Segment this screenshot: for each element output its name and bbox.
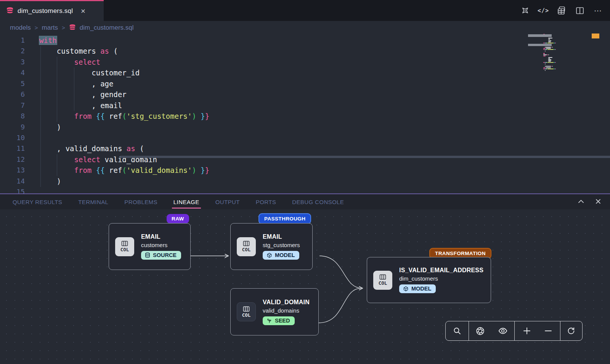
lineage-node-dim-customers[interactable]: COL IS_VALID_EMAIL_ADDRESS dim_customers…	[367, 257, 491, 303]
panel-close-icon[interactable]	[595, 198, 602, 205]
node-model-name: customers	[141, 242, 181, 248]
split-editor-icon[interactable]	[575, 6, 585, 16]
panel-actions	[577, 193, 602, 209]
tag-badge-raw: RAW	[167, 214, 189, 224]
lineage-node-stg-customers[interactable]: COL EMAIL stg_customers MODEL	[230, 223, 313, 270]
tag-badge-passthrough: PASSTHROUGH	[258, 213, 311, 224]
code-editor[interactable]: 123456789101112131415 with customers as …	[0, 34, 610, 193]
edge-stg-dim	[319, 256, 362, 288]
eye-icon[interactable]	[498, 326, 508, 336]
lineage-node-valid-domains[interactable]: COL VALID_DOMAIN valid_domains SEED	[230, 288, 319, 335]
panel-tab-terminal[interactable]: TERMINAL	[78, 199, 108, 205]
type-badge-model: MODEL	[399, 284, 436, 293]
scrollbar-marker	[592, 34, 599, 38]
panel-tab-debug-console[interactable]: DEBUG CONSOLE	[292, 199, 344, 205]
indent-guide	[57, 57, 57, 122]
database-icon	[6, 7, 14, 15]
lineage-canvas[interactable]: RAW COL EMAIL customers SOURCE PASSTHROU…	[0, 209, 610, 364]
breadcrumb-item-marts[interactable]: marts	[42, 24, 58, 32]
tabbar-actions: </> ⋯	[520, 0, 603, 21]
code-view-icon[interactable]: </>	[538, 6, 548, 16]
dbt-logo-icon[interactable]	[520, 6, 530, 16]
breadcrumb-item-file[interactable]: dim_customers.sql	[80, 24, 134, 32]
search-icon[interactable]	[453, 326, 462, 335]
breadcrumb-item-models[interactable]: models	[10, 24, 31, 32]
tab-close-icon[interactable]: ✕	[80, 8, 85, 15]
panel-tab-output[interactable]: OUTPUT	[215, 199, 240, 205]
panel-tabs: QUERY RESULTSTERMINALPROBLEMSLINEAGEOUTP…	[13, 199, 344, 205]
node-column-name: IS_VALID_EMAIL_ADDRESS	[399, 267, 483, 274]
node-model-name: valid_domains	[263, 307, 310, 314]
type-badge-seed: SEED	[263, 316, 295, 325]
code-lines[interactable]: with customers as ( select customer_id ,…	[29, 35, 610, 193]
database-icon	[69, 24, 76, 32]
node-column-name: EMAIL	[263, 233, 300, 240]
more-actions-icon[interactable]: ⋯	[593, 6, 603, 16]
panel-tab-lineage[interactable]: LINEAGE	[173, 199, 199, 205]
node-column-name: VALID_DOMAIN	[263, 299, 310, 306]
column-icon: COL	[237, 237, 256, 256]
indent-guide	[40, 46, 41, 187]
breadcrumb-separator: >	[62, 24, 65, 31]
column-icon: COL	[115, 237, 134, 256]
line-numbers: 123456789101112131415	[0, 35, 29, 193]
copy-table-icon[interactable]	[557, 6, 567, 16]
panel-collapse-icon[interactable]	[577, 198, 585, 205]
panel-tab-problems[interactable]: PROBLEMS	[124, 199, 157, 205]
zoom-out-icon[interactable]	[544, 327, 552, 335]
column-icon: COL	[373, 271, 392, 290]
minimap-decoration	[528, 44, 552, 46]
panel-tab-query-results[interactable]: QUERY RESULTS	[13, 199, 62, 205]
lineage-node-customers[interactable]: COL EMAIL customers SOURCE	[109, 223, 191, 270]
zoom-in-icon[interactable]	[523, 327, 531, 335]
panel-tab-ports[interactable]: PORTS	[256, 199, 276, 205]
minimap-content	[543, 34, 585, 72]
horizontal-scrollbar[interactable]	[120, 156, 610, 158]
indent-guide	[57, 154, 57, 176]
lineage-toolbar	[445, 321, 583, 341]
column-icon: COL	[237, 302, 256, 321]
breadcrumb-separator: >	[35, 24, 38, 31]
minimap[interactable]	[543, 34, 585, 72]
editor-tab-bar: dim_customers.sql ✕ </>	[0, 0, 610, 21]
aperture-icon[interactable]	[475, 326, 485, 336]
breadcrumb: models > marts > dim_customers.sql	[0, 21, 610, 34]
indent-guide	[74, 67, 74, 111]
tab-title: dim_customers.sql	[18, 7, 73, 15]
refresh-icon[interactable]	[567, 326, 576, 335]
minimap-decoration	[528, 34, 552, 37]
type-badge-source: SOURCE	[141, 251, 181, 260]
node-model-name: dim_customers	[399, 275, 483, 282]
bottom-panel-header: QUERY RESULTSTERMINALPROBLEMSLINEAGEOUTP…	[0, 193, 610, 209]
tab-dim-customers[interactable]: dim_customers.sql ✕	[0, 0, 104, 21]
type-badge-model: MODEL	[263, 251, 299, 260]
edge-seed-dim	[319, 288, 361, 323]
node-column-name: EMAIL	[141, 233, 181, 240]
node-model-name: stg_customers	[263, 242, 300, 248]
